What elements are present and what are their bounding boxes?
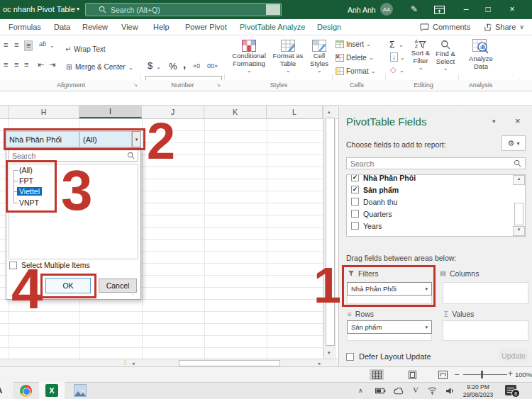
rows-field-pill[interactable]: Sản phẩm ▾ — [347, 320, 432, 334]
normal-view-button[interactable] — [370, 369, 384, 380]
delete-button[interactable]: Delete ⌄ — [336, 54, 374, 62]
fill-dropdown-icon[interactable]: ⌄ — [400, 55, 405, 61]
percent-style-icon[interactable]: % — [169, 61, 177, 72]
page-layout-view-button[interactable] — [405, 369, 419, 380]
align-center-icon[interactable]: ≡ — [14, 61, 18, 69]
ribbon-display-options-icon[interactable] — [434, 6, 445, 14]
align-right-icon[interactable]: ≡ — [24, 61, 28, 69]
user-name[interactable]: Anh Anh — [348, 6, 376, 14]
autosum-icon[interactable]: Σ — [389, 40, 394, 50]
scroll-right-icon[interactable]: ▸ — [318, 361, 321, 366]
clear-dropdown-icon[interactable]: ⌄ — [399, 67, 404, 74]
onedrive-cloud-icon[interactable] — [394, 388, 404, 395]
fields-search-input[interactable] — [350, 159, 514, 168]
field-years[interactable]: ✓ Years — [351, 220, 382, 232]
page-break-view-button[interactable] — [436, 369, 450, 380]
cell-styles-button[interactable]: Cell Styles ⌄ — [305, 40, 333, 74]
align-left-icon[interactable]: ≡ — [4, 61, 8, 69]
find-select-button[interactable]: Find & Select ⌄ — [434, 40, 457, 72]
taskbar-clock[interactable]: 9:20 PM 29/08/2023 — [460, 383, 497, 398]
number-dialog-launcher-icon[interactable]: ↘ — [216, 82, 221, 88]
field-san-pham[interactable]: ✓ Sản phẩm — [351, 184, 399, 196]
column-header-l[interactable]: L — [267, 106, 323, 118]
fields-scroll-thumb[interactable] — [514, 203, 523, 225]
scroll-left-icon[interactable]: ◂ — [132, 361, 135, 366]
sort-filter-button[interactable]: AZ Sort & Filter ⌄ — [409, 40, 433, 72]
tab-view[interactable]: View — [121, 23, 138, 31]
field-checkbox[interactable]: ✓ — [351, 174, 359, 181]
field-quarters[interactable]: ✓ Quarters — [351, 208, 392, 220]
search-bar[interactable] — [85, 3, 282, 16]
tab-design[interactable]: Design — [317, 23, 341, 31]
panel-menu-icon[interactable]: ▾ — [492, 118, 496, 125]
format-button[interactable]: Format ⌄ — [336, 67, 375, 75]
restore-button[interactable]: □ — [480, 4, 497, 14]
align-top-icon[interactable]: ≡ — [4, 41, 8, 49]
accounting-dropdown-icon[interactable]: ⌄ — [156, 64, 161, 70]
accounting-format-icon[interactable]: $ — [148, 60, 153, 71]
tab-power-pivot[interactable]: Power Pivot — [185, 23, 227, 31]
wrap-text-button[interactable]: Wrap Text — [74, 45, 106, 53]
tab-review[interactable]: Review — [82, 23, 108, 31]
column-header-k[interactable]: K — [204, 106, 267, 118]
close-button[interactable]: × — [504, 4, 521, 14]
fields-scroll-down-icon[interactable]: ▾ — [513, 226, 525, 236]
analyze-data-button[interactable]: Analyze Data — [464, 39, 498, 70]
photos-icon[interactable] — [74, 384, 87, 397]
fill-icon[interactable]: ↓ — [390, 52, 398, 62]
excel-taskbar-tile[interactable]: X — [39, 382, 65, 399]
horizontal-scroll-thumb[interactable] — [179, 360, 280, 366]
merge-center-button[interactable]: Merge & Center — [75, 63, 126, 71]
conditional-formatting-button[interactable]: Conditional Formatting ⌄ — [228, 40, 270, 74]
tab-formulas[interactable]: Formulas — [9, 23, 41, 31]
wifi-icon[interactable] — [428, 387, 437, 395]
pane-split-handle[interactable]: ⋮ — [122, 359, 128, 366]
format-as-table-button[interactable]: Format as Table ⌄ — [272, 40, 304, 74]
v-app-icon[interactable]: V — [413, 386, 419, 394]
increase-decimal-icon[interactable]: «0 — [193, 62, 200, 69]
fields-scroll-up-icon[interactable]: ▴ — [513, 175, 525, 185]
pen-icon[interactable]: ✎ — [411, 4, 418, 14]
tab-data[interactable]: Data — [54, 23, 70, 31]
tools-button[interactable]: ⚙ ▾ — [501, 135, 526, 151]
values-area[interactable] — [443, 320, 528, 341]
hidden-icons-chevron[interactable]: ∧ — [358, 387, 363, 394]
clear-icon[interactable]: ◇ — [390, 65, 396, 74]
title-dropdown-icon[interactable]: ▾ — [77, 6, 79, 12]
vertical-scrollbar[interactable]: ▴ ▾ — [323, 106, 336, 359]
zoom-slider-thumb[interactable] — [481, 371, 483, 378]
share-button[interactable]: Share ∨ — [484, 23, 524, 31]
column-header-h[interactable]: H — [9, 106, 79, 118]
fields-search-box[interactable] — [346, 157, 526, 169]
cancel-button[interactable]: Cancel — [99, 279, 137, 293]
partial-app-tile[interactable]: A — [0, 382, 13, 399]
tab-pivottable-analyze[interactable]: PivotTable Analyze — [240, 23, 305, 31]
scroll-up-icon[interactable]: ▴ — [328, 109, 331, 115]
increase-indent-icon[interactable]: ⇥ — [49, 61, 55, 69]
autosum-dropdown-icon[interactable]: ⌄ — [399, 42, 404, 48]
document-title[interactable]: oc nhanh Pivot Table — [3, 5, 75, 13]
align-bottom-icon[interactable]: ≡ — [24, 40, 33, 51]
comma-style-icon[interactable]: , — [183, 58, 186, 70]
comments-button[interactable]: Comments — [420, 23, 470, 31]
battery-icon[interactable] — [375, 388, 386, 394]
speaker-icon[interactable] — [445, 387, 455, 395]
align-middle-icon[interactable]: ≡ — [14, 41, 18, 49]
update-button[interactable]: Update — [499, 349, 528, 362]
alignment-dialog-launcher-icon[interactable]: ↘ — [133, 82, 138, 88]
panel-close-icon[interactable]: × — [515, 116, 521, 126]
avatar[interactable]: AA — [380, 3, 393, 16]
merge-dropdown-icon[interactable]: ⌄ — [128, 64, 133, 71]
resize-grip-icon[interactable]: ⋰ — [132, 289, 138, 296]
zoom-level[interactable]: 100% — [515, 371, 532, 378]
decrease-decimal-icon[interactable]: 00» — [207, 62, 218, 69]
zoom-in-button[interactable]: + — [508, 369, 513, 378]
column-header-partial[interactable] — [0, 106, 9, 118]
zoom-out-button[interactable]: – — [455, 369, 459, 378]
field-nha-phan-phoi[interactable]: ✓ Nhà Phân Phối — [351, 174, 416, 184]
orientation-icon[interactable]: ab — [39, 40, 46, 47]
chrome-icon[interactable] — [20, 385, 32, 397]
minimize-button[interactable]: – — [458, 4, 475, 14]
defer-layout-checkbox[interactable]: ✓ — [346, 353, 354, 361]
field-checkbox[interactable]: ✓ — [351, 186, 359, 193]
